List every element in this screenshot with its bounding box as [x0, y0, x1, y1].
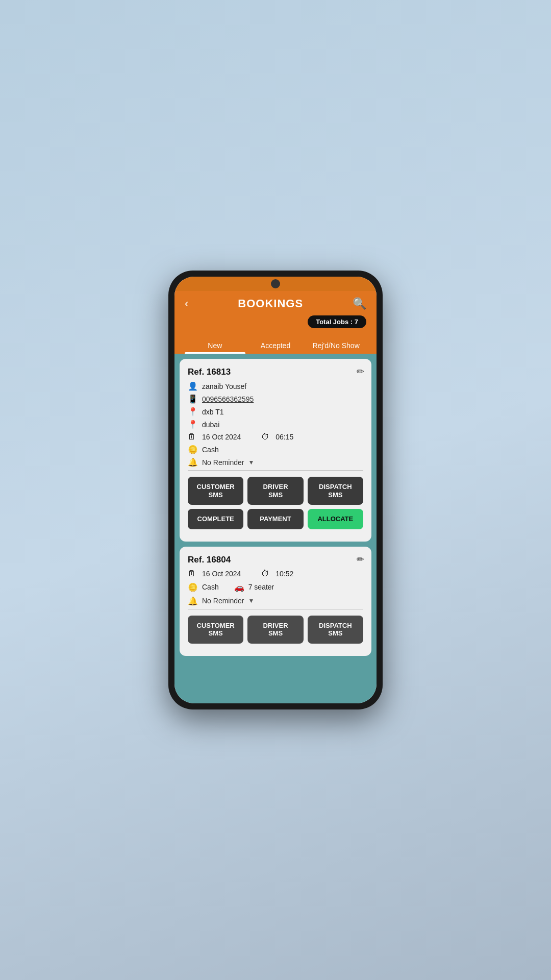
booking-date-2: 16 Oct 2024: [202, 570, 241, 578]
tab-rejected[interactable]: Rej'd/No Show: [306, 337, 366, 354]
reminder-row-2: 🔔 No Reminder ▼: [188, 596, 363, 609]
tab-accepted[interactable]: Accepted: [245, 337, 306, 354]
cash-icon: 🪙: [188, 445, 198, 454]
booking-date: 16 Oct 2024: [202, 433, 241, 441]
pickup-location: dxb T1: [202, 408, 224, 416]
seater-info: 7 seater: [248, 583, 274, 591]
payment-row-2: 🪙 Cash: [188, 582, 219, 592]
reminder-label-1: No Reminder: [202, 458, 244, 467]
phone-frame: ‹ BOOKINGS 🔍 Total Jobs : 7 New Accepted…: [168, 271, 383, 709]
pickup-row: 📍 dxb T1: [188, 407, 363, 416]
cash-icon-2: 🪙: [188, 582, 198, 592]
pickup-pin-icon: 📍: [188, 407, 198, 416]
customer-sms-button-2[interactable]: CUSTOMERSMS: [188, 616, 243, 644]
dispatch-sms-button[interactable]: DISPATCHSMS: [308, 477, 363, 505]
phone-link[interactable]: 0096566362595: [202, 395, 254, 403]
payment-method-2: Cash: [202, 583, 219, 591]
ref-2: Ref. 16804: [188, 555, 363, 565]
cash-seater-row: 🪙 Cash 🚗 7 seater: [188, 582, 363, 592]
notch: [271, 279, 280, 288]
payment-button[interactable]: PAYMENT: [247, 509, 303, 529]
driver-sms-button-2[interactable]: DRIVERSMS: [247, 616, 303, 644]
booking-time: 06:15: [276, 433, 293, 441]
clock-icon-2: ⏱: [261, 569, 271, 578]
ref-1: Ref. 16813: [188, 367, 363, 377]
phone-row: 📱 0096566362595: [188, 394, 363, 404]
reminder-chevron-1[interactable]: ▼: [248, 459, 254, 466]
dispatch-sms-button-2[interactable]: DISPATCHSMS: [308, 616, 363, 644]
dropoff-location: dubai: [202, 421, 219, 429]
total-jobs-badge: Total Jobs : 7: [308, 315, 366, 328]
sms-buttons-row: CUSTOMERSMS DRIVERSMS DISPATCHSMS: [188, 477, 363, 505]
header-row: ‹ BOOKINGS 🔍: [185, 297, 366, 310]
reminder-row-1: 🔔 No Reminder ▼: [188, 457, 363, 471]
calendar-icon: 🗓: [188, 432, 198, 442]
time-info-2: ⏱ 10:52: [261, 569, 293, 578]
datetime-row: 🗓 16 Oct 2024 ⏱ 06:15: [188, 432, 363, 442]
phone-screen: ‹ BOOKINGS 🔍 Total Jobs : 7 New Accepted…: [174, 277, 377, 703]
customer-name: zanaib Yousef: [202, 382, 246, 390]
booking-card-1: ✏ Ref. 16813 👤 zanaib Yousef 📱 009656636…: [180, 359, 371, 542]
booking-card-2: ✏ Ref. 16804 🗓 16 Oct 2024 ⏱ 10:52 🪙: [180, 547, 371, 656]
clock-icon-1: ⏱: [261, 432, 271, 442]
back-button[interactable]: ‹: [185, 297, 188, 310]
tabs-row: New Accepted Rej'd/No Show: [185, 337, 366, 354]
status-bar: [174, 277, 377, 291]
customer-name-row: 👤 zanaib Yousef: [188, 381, 363, 391]
content-area: ✏ Ref. 16813 👤 zanaib Yousef 📱 009656636…: [174, 354, 377, 703]
booking-time-2: 10:52: [276, 570, 293, 578]
sms-buttons-row-2: CUSTOMERSMS DRIVERSMS DISPATCHSMS: [188, 616, 363, 644]
bell-icon-2: 🔔: [188, 596, 198, 606]
customer-sms-button[interactable]: CUSTOMERSMS: [188, 477, 243, 505]
reminder-chevron-2[interactable]: ▼: [248, 597, 254, 604]
app-header: ‹ BOOKINGS 🔍 Total Jobs : 7 New Accepted…: [174, 291, 377, 354]
driver-sms-button[interactable]: DRIVERSMS: [247, 477, 303, 505]
complete-button[interactable]: COMPLETE: [188, 509, 243, 529]
car-icon: 🚗: [234, 582, 244, 592]
payment-method: Cash: [202, 446, 219, 454]
date-info-2: 🗓 16 Oct 2024: [188, 569, 241, 578]
phone-icon: 📱: [188, 394, 198, 404]
edit-icon-1[interactable]: ✏: [357, 366, 364, 377]
action-buttons-row: COMPLETE PAYMENT ALLOCATE: [188, 509, 363, 529]
dropoff-pin-icon: 📍: [188, 420, 198, 429]
date-info: 🗓 16 Oct 2024: [188, 432, 241, 442]
seater-row: 🚗 7 seater: [234, 582, 274, 592]
calendar-icon-2: 🗓: [188, 569, 198, 578]
allocate-button[interactable]: ALLOCATE: [308, 509, 363, 529]
search-button[interactable]: 🔍: [353, 297, 366, 310]
tab-new[interactable]: New: [185, 337, 245, 354]
reminder-label-2: No Reminder: [202, 597, 244, 605]
payment-row: 🪙 Cash: [188, 445, 363, 454]
person-icon: 👤: [188, 381, 198, 391]
page-title: BOOKINGS: [238, 297, 303, 310]
edit-icon-2[interactable]: ✏: [357, 554, 364, 565]
datetime-row-2: 🗓 16 Oct 2024 ⏱ 10:52: [188, 569, 363, 578]
dropoff-row: 📍 dubai: [188, 420, 363, 429]
time-info: ⏱ 06:15: [261, 432, 293, 442]
bell-icon-1: 🔔: [188, 457, 198, 467]
